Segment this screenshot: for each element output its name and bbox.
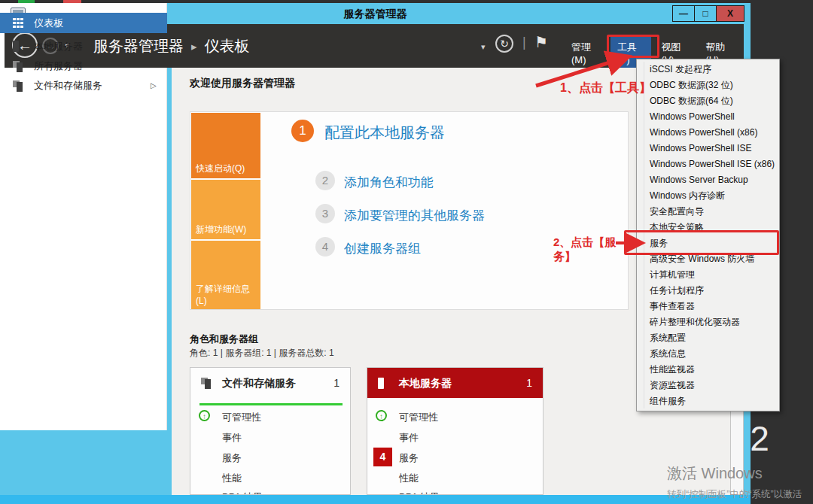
whats-new-tab[interactable]: 新增功能(W) bbox=[191, 180, 260, 239]
watermark-subtitle: 转到“控制面板”中的“系统”以激活 bbox=[667, 488, 802, 501]
tile-header[interactable]: 文件和存储服务 1 bbox=[190, 368, 350, 398]
sidebar-item-local-server[interactable]: 本地服务器 bbox=[0, 37, 167, 56]
tile-title: 本地服务器 bbox=[399, 377, 452, 390]
tile-title: 文件和存储服务 bbox=[222, 377, 296, 390]
sidebar-item-label: 本地服务器 bbox=[34, 40, 83, 53]
menu-item-resource-monitor[interactable]: 资源监视器 bbox=[637, 378, 779, 393]
highlight-box-services bbox=[624, 230, 779, 255]
expand-arrow-icon[interactable]: ▷ bbox=[151, 81, 157, 90]
step-3-link[interactable]: 添加要管理的其他服务器 bbox=[344, 207, 485, 224]
tile-accent-line bbox=[199, 403, 343, 405]
background-window-fragment-green bbox=[18, 0, 35, 3]
header-divider: | bbox=[522, 35, 526, 50]
sidebar-item-file-storage[interactable]: 文件和存储服务 ▷ bbox=[0, 76, 167, 95]
menu-item-memory-diagnostic[interactable]: Windows 内存诊断 bbox=[637, 188, 779, 204]
window-bottom-border bbox=[0, 495, 751, 504]
tile-header[interactable]: 本地服务器 1 bbox=[367, 368, 543, 398]
services-alert-badge: 4 bbox=[373, 448, 392, 466]
file-storage-icon bbox=[201, 378, 212, 387]
window-controls: — □ X bbox=[673, 5, 744, 22]
close-button[interactable]: X bbox=[716, 5, 744, 22]
highlight-box-tools bbox=[607, 35, 659, 58]
manageability-up-icon: ↑ bbox=[376, 410, 387, 421]
tile-count: 1 bbox=[333, 377, 340, 389]
refresh-icon[interactable]: ↻ bbox=[495, 35, 513, 53]
sidebar-item-label: 文件和存储服务 bbox=[34, 79, 102, 93]
tile-row-performance[interactable]: 性能 bbox=[399, 472, 419, 485]
sidebar-item-label: 所有服务器 bbox=[34, 59, 83, 73]
file-storage-icon bbox=[13, 80, 23, 90]
annotation-step1: 1、点击【工具】 bbox=[560, 80, 651, 96]
tile-row-manageability[interactable]: 可管理性 bbox=[399, 411, 438, 424]
menu-item-security-config-wizard[interactable]: 安全配置向导 bbox=[637, 204, 779, 220]
watermark-title: 激活 Windows bbox=[667, 463, 802, 484]
step-2-link[interactable]: 添加角色和功能 bbox=[344, 174, 434, 191]
menu-item-computer-management[interactable]: 计算机管理 bbox=[637, 267, 779, 283]
learn-more-tab[interactable]: 了解详细信息(L) bbox=[191, 241, 260, 309]
tile-local-server: 本地服务器 1 ↑ 可管理性 事件 4 服务 性能 BPA 结果 bbox=[367, 367, 544, 495]
menu-item-powershell[interactable]: Windows PowerShell bbox=[637, 109, 779, 125]
menu-manage[interactable]: 管理(M) bbox=[565, 37, 607, 69]
minimize-button[interactable]: — bbox=[672, 5, 695, 22]
tile-row-manageability[interactable]: 可管理性 bbox=[222, 411, 261, 424]
manageability-up-icon: ↑ bbox=[199, 410, 210, 421]
menu-item-system-info[interactable]: 系统信息 bbox=[637, 346, 779, 362]
screen: R2 服务器管理器 — □ X ← → ▾ 服务器管理器 ▸ 仪表板 ▾ ↻ | bbox=[0, 0, 813, 504]
menu-item-powershell-ise-x86[interactable]: Windows PowerShell ISE (x86) bbox=[637, 156, 779, 172]
menu-item-powershell-x86[interactable]: Windows PowerShell (x86) bbox=[637, 125, 779, 141]
menu-item-odbc64[interactable]: ODBC 数据源(64 位) bbox=[637, 93, 779, 109]
tile-row-services[interactable]: 服务 bbox=[222, 451, 242, 465]
activation-watermark: 激活 Windows 转到“控制面板”中的“系统”以激活 bbox=[667, 463, 802, 501]
menu-item-server-backup[interactable]: Windows Server Backup bbox=[637, 172, 779, 188]
notifications-caret-icon[interactable]: ▾ bbox=[481, 42, 486, 52]
step-2-badge: 2 bbox=[315, 171, 335, 190]
sidebar-item-all-servers[interactable]: 所有服务器 bbox=[0, 56, 167, 75]
roles-summary: 角色: 1 | 服务器组: 1 | 服务器总数: 1 bbox=[190, 347, 334, 360]
step-4-badge: 4 bbox=[315, 237, 335, 257]
local-server-icon bbox=[378, 378, 384, 389]
menu-item-component-services[interactable]: 组件服务 bbox=[637, 393, 779, 409]
menu-item-system-config[interactable]: 系统配置 bbox=[637, 330, 779, 346]
menu-item-event-viewer[interactable]: 事件查看器 bbox=[637, 299, 779, 314]
tile-row-events[interactable]: 事件 bbox=[399, 431, 419, 445]
step-1-badge: 1 bbox=[291, 120, 314, 142]
menu-item-iscsi[interactable]: iSCSI 发起程序 bbox=[637, 62, 779, 77]
tile-row-performance[interactable]: 性能 bbox=[222, 472, 242, 485]
tile-count: 1 bbox=[526, 377, 532, 389]
dashboard-icon bbox=[13, 18, 16, 20]
sidebar: 仪表板 本地服务器 所有服务器 文件和存储服务 ▷ bbox=[0, 3, 167, 430]
roles-heading: 角色和服务器组 bbox=[190, 332, 258, 346]
tile-file-storage: 文件和存储服务 1 ↑ 可管理性 事件 服务 性能 BPA 结果 bbox=[190, 367, 351, 495]
breadcrumb-separator-icon: ▸ bbox=[191, 40, 197, 53]
maximize-button[interactable]: □ bbox=[694, 5, 717, 22]
sidebar-item-label: 仪表板 bbox=[34, 17, 63, 30]
quick-start-tab[interactable]: 快速启动(Q) bbox=[191, 113, 260, 178]
breadcrumb-current[interactable]: 仪表板 bbox=[205, 36, 250, 56]
annotation-step2: 2、点击【服务】 bbox=[553, 235, 628, 264]
step-4-link[interactable]: 创建服务器组 bbox=[344, 240, 421, 257]
flag-notifications-icon[interactable]: ⚑ bbox=[534, 33, 548, 51]
step-1-link[interactable]: 配置此本地服务器 bbox=[324, 123, 445, 143]
tile-row-events[interactable]: 事件 bbox=[222, 431, 242, 445]
tile-row-services[interactable]: 服务 bbox=[399, 451, 419, 465]
servers-icon bbox=[13, 61, 23, 71]
sidebar-item-dashboard[interactable]: 仪表板 bbox=[0, 13, 167, 33]
menu-item-task-scheduler[interactable]: 任务计划程序 bbox=[637, 283, 779, 299]
menu-item-powershell-ise[interactable]: Windows PowerShell ISE bbox=[637, 141, 779, 156]
welcome-title: 欢迎使用服务器管理器 bbox=[190, 77, 295, 90]
welcome-panel: 快速启动(Q) 新增功能(W) 了解详细信息(L) 1 配置此本地服务器 2 添… bbox=[190, 111, 629, 310]
menu-item-defrag[interactable]: 碎片整理和优化驱动器 bbox=[637, 314, 779, 330]
step-3-badge: 3 bbox=[315, 204, 335, 223]
menu-item-odbc32[interactable]: ODBC 数据源(32 位) bbox=[637, 77, 779, 93]
menu-item-performance-monitor[interactable]: 性能监视器 bbox=[637, 362, 779, 378]
background-window-fragment-red bbox=[63, 0, 81, 3]
server-icon bbox=[13, 41, 19, 52]
